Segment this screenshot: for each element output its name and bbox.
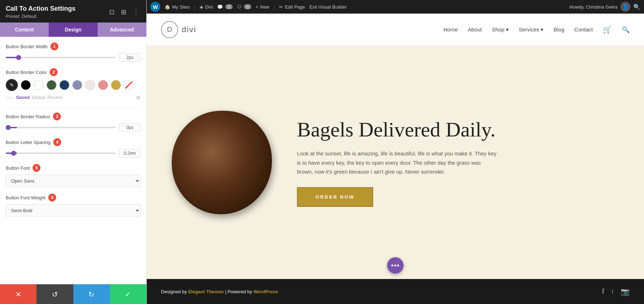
- button-border-width-label: Button Border Width: [6, 44, 48, 49]
- new-menu[interactable]: + New: [255, 4, 269, 10]
- button-font-weight-label: Button Font Weight: [6, 195, 45, 200]
- swatch-white[interactable]: [34, 80, 44, 90]
- button-font-weight-select[interactable]: Thin Light Regular Semi Bold Bold: [6, 204, 141, 217]
- more-swatches-button[interactable]: ···: [6, 93, 14, 101]
- nav-home[interactable]: Home: [443, 26, 458, 33]
- edit-page-label: Edit Page: [285, 4, 305, 10]
- slider-row-1: 2px: [6, 53, 141, 62]
- twitter-icon[interactable]: t: [611, 287, 614, 296]
- footer-brand1: Elegant Themes: [188, 289, 224, 294]
- panel-header-left: Call To Action Settings Preset: Default: [6, 5, 75, 19]
- divi-label: Divi: [205, 4, 213, 10]
- badge-1: 1: [50, 43, 58, 50]
- messages-link[interactable]: 🗨 0: [237, 4, 251, 10]
- color-settings-icon[interactable]: ⚙: [136, 95, 141, 100]
- badge-4: 4: [53, 138, 61, 146]
- panel-bottom-bar: ✕ ↺ ↻ ✓: [0, 284, 146, 304]
- button-font-weight-row: Button Font Weight 6 Thin Light Regular …: [6, 194, 141, 217]
- wp-admin-bar-right: Howdy, Christina Gwira 👤 🔍: [569, 2, 640, 12]
- chevron-down-icon: ▾: [506, 26, 509, 33]
- divider-1: [6, 108, 141, 108]
- cart-icon[interactable]: 🛒: [603, 25, 612, 34]
- undo-button[interactable]: ↺: [36, 284, 73, 304]
- tab-design[interactable]: Design: [49, 23, 97, 37]
- cancel-button[interactable]: ✕: [0, 284, 36, 304]
- message-count: 0: [244, 4, 251, 9]
- eyedropper-icon: ✎: [10, 82, 14, 88]
- letter-spacing-slider[interactable]: [6, 153, 116, 154]
- bubble-icon: 💬: [217, 4, 223, 10]
- border-width-slider[interactable]: [6, 57, 116, 58]
- color-tab-recent[interactable]: Recent: [48, 95, 62, 100]
- tab-advanced[interactable]: Advanced: [98, 23, 146, 37]
- nav-shop[interactable]: Shop ▾: [492, 26, 509, 33]
- color-tab-saved[interactable]: Saved: [16, 95, 30, 100]
- nav-about[interactable]: About: [468, 26, 482, 33]
- wordpress-logo[interactable]: W: [150, 2, 160, 12]
- exit-builder-link[interactable]: Exit Visual Builder: [309, 4, 347, 10]
- slider-row-3: 0px: [6, 123, 141, 132]
- exit-builder-label: Exit Visual Builder: [309, 4, 347, 10]
- panel-preset[interactable]: Preset: Default: [6, 14, 75, 19]
- facebook-icon[interactable]: f: [602, 287, 605, 296]
- pencil-icon: ✏: [279, 4, 283, 10]
- button-border-color-label: Button Border Color: [6, 70, 47, 75]
- admin-search-icon[interactable]: 🔍: [633, 4, 640, 10]
- color-tab-global[interactable]: Global: [32, 95, 45, 100]
- swatch-navy[interactable]: [59, 80, 69, 90]
- label-row: Button Border Radius 3: [6, 113, 141, 120]
- swatch-black[interactable]: [21, 80, 31, 90]
- label-row: Button Letter Spacing 4: [6, 138, 141, 146]
- nav-services[interactable]: Services ▾: [519, 26, 544, 33]
- site-footer: Designed by Elegant Themes | Powered by …: [147, 279, 644, 304]
- panel-header: Call To Action Settings Preset: Default …: [0, 0, 146, 23]
- hero-cta-button[interactable]: ORDER NOW: [297, 187, 373, 207]
- nav-contact[interactable]: Contact: [574, 26, 593, 33]
- floating-dots-button[interactable]: •••: [387, 257, 404, 274]
- save-button[interactable]: ✓: [110, 284, 146, 304]
- color-tabs-row: ··· Saved Global Recent ⚙: [6, 93, 141, 101]
- swatch-darkgreen[interactable]: [47, 80, 57, 90]
- swatch-transparent[interactable]: [124, 80, 134, 90]
- border-width-value[interactable]: 2px: [119, 53, 141, 62]
- grid-icon-button[interactable]: ⊞: [119, 8, 128, 17]
- hero-section: Bagels Delivered Daily. Look at the suns…: [147, 46, 644, 279]
- color-swatch-row: ✎: [6, 79, 141, 91]
- tab-content[interactable]: Content: [0, 23, 49, 37]
- button-border-radius-label: Button Border Radius: [6, 114, 50, 119]
- redo-button[interactable]: ↻: [73, 284, 110, 304]
- border-radius-value[interactable]: 0px: [119, 123, 141, 132]
- new-label: New: [260, 4, 269, 10]
- panel-tabs: Content Design Advanced: [0, 23, 146, 37]
- button-font-label: Button Font: [6, 165, 30, 171]
- user-avatar[interactable]: 👤: [620, 2, 630, 12]
- nav-links: Home About Shop ▾ Services ▾ Blog Contac…: [443, 25, 630, 34]
- divi-menu[interactable]: ◈ Divi: [200, 4, 213, 10]
- swatch-slate[interactable]: [72, 80, 82, 90]
- comments-link[interactable]: 💬 3: [217, 4, 233, 10]
- logo-circle: D: [161, 21, 178, 38]
- restore-icon-button[interactable]: ⊡: [108, 8, 116, 17]
- bagel-texture: [172, 111, 272, 214]
- instagram-icon[interactable]: 📷: [621, 287, 630, 296]
- color-picker-button[interactable]: ✎: [6, 79, 18, 91]
- button-letter-spacing-label: Button Letter Spacing: [6, 140, 50, 145]
- swatch-gold[interactable]: [111, 80, 121, 90]
- nav-blog[interactable]: Blog: [553, 26, 564, 33]
- my-sites-menu[interactable]: 🏠 My Sites: [165, 4, 190, 10]
- border-radius-slider[interactable]: [6, 127, 116, 128]
- edit-page-link[interactable]: ✏ Edit Page: [279, 4, 305, 10]
- wp-admin-bar: W 🏠 My Sites | ◈ Divi 💬 3 🗨 0 + New: [147, 0, 644, 14]
- swatch-pink[interactable]: [85, 80, 95, 90]
- settings-panel: Call To Action Settings Preset: Default …: [0, 0, 147, 304]
- chevron-down-icon: ▾: [541, 26, 543, 33]
- button-border-width-row: Button Border Width 1 2px: [6, 43, 141, 62]
- nav-search-icon[interactable]: 🔍: [622, 26, 630, 34]
- hero-image-area: [168, 111, 275, 214]
- button-font-select[interactable]: Open Sans Roboto Lato Georgia Times New …: [6, 175, 141, 187]
- panel-header-icons: ⊡ ⊞ ⋮: [108, 8, 141, 17]
- slider-row-4: 0.2em: [6, 149, 141, 158]
- letter-spacing-value[interactable]: 0.2em: [119, 149, 141, 158]
- swatch-rose[interactable]: [98, 80, 108, 90]
- more-options-button[interactable]: ⋮: [131, 8, 141, 17]
